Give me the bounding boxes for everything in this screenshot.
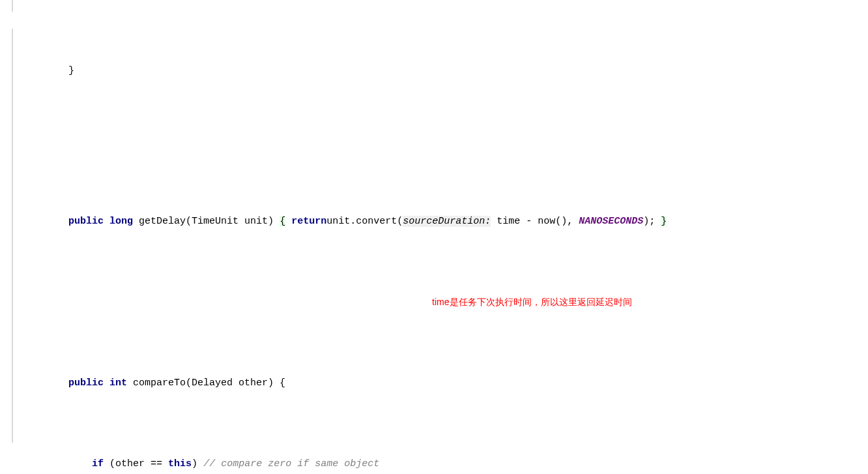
gutter (0, 0, 20, 474)
code-line[interactable]: if (other == this) // compare zero if sa… (27, 454, 868, 474)
fold-guide (12, 29, 13, 443)
code-line[interactable]: public int compareTo(Delayed other) { (27, 373, 868, 393)
annotation-text: time是任务下次执行时间，所以这里返回延迟时间 (432, 297, 631, 307)
code-editor[interactable]: } public long getDelay(TimeUnit unit) { … (0, 0, 868, 474)
fold-guide (12, 0, 13, 12)
code-area[interactable]: } public long getDelay(TimeUnit unit) { … (20, 0, 868, 474)
annotation-line: time是任务下次执行时间，所以这里返回延迟时间 (27, 292, 868, 312)
code-line[interactable]: } (27, 61, 868, 81)
code-line[interactable]: public long getDelay(TimeUnit unit) { re… (27, 211, 868, 231)
code-line[interactable] (27, 141, 868, 151)
